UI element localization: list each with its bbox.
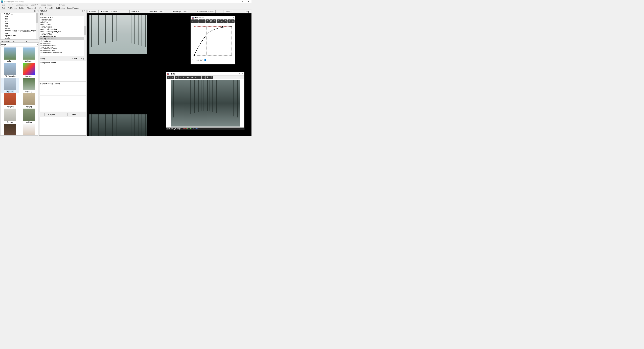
function-list[interactable]: carNumberROIcolorHsvMaskcolorPickcontour… — [39, 16, 86, 56]
tree-item[interactable]: hdr — [0, 25, 38, 27]
curve-editor[interactable] — [192, 24, 234, 58]
filebrowse-float-button[interactable]: ◇ — [14, 40, 26, 42]
tree-root[interactable]: E:/00c/img — [0, 13, 38, 15]
tab-circlefit[interactable]: CircleFit — [223, 10, 233, 13]
dock-float-button[interactable]: ◇ — [34, 10, 36, 12]
panel-tool-0[interactable]: ← — [191, 19, 195, 23]
thumbnail[interactable]: fog4.jpg — [1, 109, 19, 123]
thumbnail[interactable]: fog6.jpg — [1, 124, 19, 136]
tree-item[interactable]: bdr — [0, 15, 38, 18]
tab-colorhsvcurves[interactable]: colorHsvCurves — [148, 10, 164, 13]
menu-dockwindows[interactable]: DockWindows — [16, 4, 28, 6]
panel-tool-6[interactable]: ⊖ — [213, 19, 216, 23]
folder-tree[interactable]: E:/00c/img bdrbimcardnnhdrmergemesh格式模型 … — [0, 13, 38, 40]
function-item[interactable]: colorHsvMask — [40, 19, 86, 21]
panel-tool-4[interactable]: ⊡ — [182, 76, 186, 79]
thumbnail[interactable]: EiffelTower.jpg — [1, 63, 19, 77]
function-item[interactable]: carNumberROI — [40, 16, 86, 19]
panel-tool-8[interactable]: ⌂ — [198, 76, 202, 79]
menu-opencv[interactable]: OpenCV — [31, 4, 38, 6]
panel-tool-5[interactable]: ⊞ — [186, 76, 190, 79]
tool-leftbutton[interactable]: LeftButton — [56, 7, 65, 9]
save-button[interactable]: 保存 — [68, 113, 81, 116]
set-param-button[interactable]: 设置参数 — [44, 113, 58, 116]
hsv-panel-titlebar[interactable]: Hsv Curves — ☐ ✕ — [191, 16, 235, 19]
function-item[interactable]: deWaterMark — [40, 42, 86, 44]
panel-tool-10[interactable]: ⎘ — [228, 19, 231, 23]
function-item[interactable]: deFogDarkChannel — [40, 37, 86, 40]
hsv-maximize-button[interactable]: ☐ — [229, 16, 230, 19]
tab-clip[interactable]: Clip — [244, 10, 251, 13]
thumbnail[interactable]: fog2.png — [20, 78, 38, 93]
panel-tool-9[interactable]: ▢ — [224, 19, 227, 23]
panel-tool-10[interactable]: ⎘ — [206, 76, 209, 79]
thumbnail[interactable]: earth.jpg — [1, 47, 19, 62]
photo-maximize-button[interactable]: ☐ — [238, 73, 240, 75]
photo-panel[interactable]: Photo — ☐ ✕ ←→↑↓⊡⊞⊖⊕⌂▢⎘⎙ (x=254, y=285) … — [166, 72, 244, 130]
close-button[interactable]: ✕ — [248, 0, 250, 3]
tree-item[interactable]: obj — [0, 32, 38, 34]
panel-tool-6[interactable]: ⊖ — [190, 76, 194, 79]
filebrowse-close-button[interactable]: ✕ — [26, 40, 38, 42]
tool-folder[interactable]: Folder — [19, 7, 24, 9]
function-item[interactable]: contoursRecognition — [40, 28, 86, 30]
output-box[interactable] — [39, 117, 86, 136]
panel-tool-5[interactable]: ⊞ — [209, 19, 213, 23]
tab-selection[interactable]: Selection — [87, 10, 98, 13]
minimize-button[interactable]: — — [237, 0, 239, 3]
panel-tool-1[interactable]: → — [171, 76, 174, 79]
tree-item[interactable]: qsplat — [0, 37, 38, 39]
image-viewport[interactable]: Hsv Curves — ☐ ✕ ←→↑↓⊡⊞⊖⊕⌂▢⎘⎙ — [87, 13, 252, 136]
tab-colorrgbcurves[interactable]: colorRgbCurves — [172, 10, 188, 13]
filebrowse-type-combo[interactable]: Image — [0, 43, 38, 46]
hsv-curves-panel[interactable]: Hsv Curves — ☐ ✕ ←→↑↓⊡⊞⊖⊕⌂▢⎘⎙ — [190, 16, 235, 64]
clear-button[interactable]: Clear — [71, 57, 78, 60]
tree-item[interactable]: dnn — [0, 22, 38, 25]
imageprocess-close-button[interactable]: ✕ — [84, 10, 86, 12]
function-item[interactable]: contoursColor — [40, 26, 86, 28]
panel-tool-1[interactable]: → — [195, 19, 198, 23]
channel-slider[interactable] — [204, 60, 234, 60]
panel-tool-7[interactable]: ⊕ — [216, 19, 220, 23]
thumbnail[interactable]: fog5.jpg — [20, 109, 38, 123]
thumbnail[interactable]: first.ppm — [20, 63, 38, 77]
photo-panel-titlebar[interactable]: Photo — ☐ ✕ — [166, 72, 244, 75]
tree-item[interactable]: mesh格式模型 一个精灵族壮汉人物模… — [0, 29, 38, 32]
tab-cannydrawcontours[interactable]: CannydrawContours — [196, 10, 216, 13]
panel-tool-7[interactable]: ⊕ — [194, 76, 198, 79]
tool-m4s[interactable]: M4s — [38, 7, 42, 9]
panel-tool-0[interactable]: ← — [167, 76, 170, 79]
menu-imageprocess[interactable]: ImageProcess — [41, 4, 52, 6]
tree-item[interactable]: openCVData — [0, 34, 38, 37]
photo-close-button[interactable]: ✕ — [242, 73, 243, 75]
menu-sys[interactable]: Sys — [2, 4, 5, 6]
execute-button[interactable]: 执行 — [79, 57, 86, 60]
thumbnail[interactable]: fog3.jpg — [20, 93, 38, 108]
thumbnail-grid[interactable]: earth.jpgearth1.jpgEiffelTower.jpgfirst.… — [0, 47, 38, 136]
thumbnail[interactable]: fog1.png — [1, 78, 19, 93]
function-scrollbar[interactable] — [84, 16, 86, 56]
panel-tool-11[interactable]: ⎙ — [231, 19, 234, 23]
hsv-minimize-button[interactable]: — — [225, 16, 227, 19]
tab-switch[interactable]: Switch — [110, 10, 118, 13]
tree-item[interactable]: bim — [0, 18, 38, 20]
function-item[interactable]: deWaterMarkSelection — [40, 49, 86, 51]
maximize-button[interactable]: ☐ — [242, 0, 244, 3]
tool-fullscreen[interactable]: FullScreen — [8, 7, 16, 9]
tree-scrollbar[interactable] — [36, 13, 38, 39]
function-item[interactable]: deWaterMarkPosition — [40, 47, 86, 49]
panel-tool-3[interactable]: ↓ — [178, 76, 182, 79]
tool-imageprocess[interactable]: ImageProcess — [67, 7, 79, 9]
chain-list[interactable]: deFogDarkChannel — [39, 61, 86, 81]
menu-plugin[interactable]: Plugin — [8, 4, 13, 6]
chain-item[interactable]: deFogDarkChannel — [40, 61, 85, 64]
photo-minimize-button[interactable]: — — [234, 73, 236, 75]
function-item[interactable]: deFogDemo — [40, 40, 86, 42]
tree-item[interactable]: car — [0, 20, 38, 22]
function-item[interactable]: darkAndLightDemo — [40, 35, 86, 37]
tab-colorhsv[interactable]: colorHSV — [130, 10, 140, 13]
function-item[interactable]: deWaterMarkSelectionHsv — [40, 51, 86, 54]
panel-tool-8[interactable]: ⌂ — [220, 19, 224, 23]
imageprocess-float-button[interactable]: ◇ — [82, 10, 83, 12]
panel-tool-4[interactable]: ⊡ — [206, 19, 209, 23]
